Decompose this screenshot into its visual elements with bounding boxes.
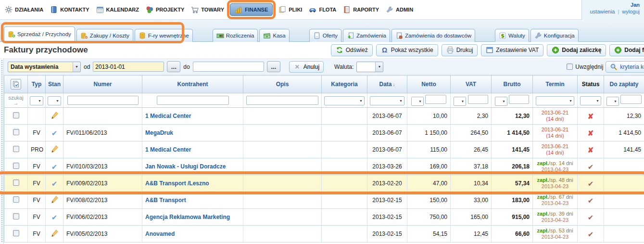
toolbar-button[interactable]: Zestawienie VAT [481, 44, 543, 56]
column-header-kontrahent[interactable]: Kontrahent [142, 76, 243, 93]
row-checkbox[interactable] [13, 230, 19, 236]
toolbar-button[interactable]: Dodaj fakturę [609, 44, 644, 56]
opis-filter-input[interactable] [246, 96, 318, 105]
typ-cell: PRO [28, 141, 46, 158]
menu-item[interactable]: TOWARY [190, 4, 225, 15]
select-all-button[interactable] [11, 79, 21, 90]
logout-link[interactable]: wyloguj [622, 9, 640, 14]
row-checkbox[interactable] [13, 129, 19, 135]
date-from-input[interactable] [93, 62, 164, 72]
brutto-filter-select[interactable]: ▼ [495, 97, 507, 106]
column-header-kategoria[interactable]: Kategoria [322, 76, 367, 93]
include-checkbox[interactable] [567, 64, 573, 70]
module-tab[interactable]: Rozliczenia [213, 29, 258, 42]
row-checkbox[interactable] [13, 146, 19, 152]
row-checkbox[interactable] [13, 180, 19, 186]
netto-filter-select[interactable]: ▼ [411, 97, 424, 106]
currency-select[interactable]: ▼ [356, 62, 383, 72]
column-header-brutto[interactable]: Brutto [492, 76, 533, 93]
contractor-link[interactable]: Anovamed [145, 231, 175, 237]
module-tab[interactable]: Kasa [259, 29, 289, 42]
status-filter-select[interactable]: ▼ [580, 96, 601, 105]
menu-item[interactable]: KALENDARZ [95, 4, 140, 15]
do-zaplaty-filter-select[interactable]: ▼ [606, 97, 619, 106]
column-header-numer[interactable]: Numer [63, 76, 142, 93]
invoice-row[interactable]: 1 Medical Center 2013-06-07 10,00 2,30 1… [4, 108, 644, 125]
date-to-input[interactable] [193, 62, 264, 72]
invoice-row[interactable]: FV ✔ FV/009/02/2013 A&B Transport /Leszn… [4, 175, 644, 192]
contractor-link[interactable]: A&B Transport [145, 197, 186, 204]
column-header-data[interactable]: Data↓ [367, 76, 407, 93]
netto-filter-input[interactable] [425, 95, 446, 104]
row-checkbox[interactable] [13, 213, 19, 219]
filter-field-select[interactable]: Data wystawienia ▼ [8, 62, 81, 72]
module-tab[interactable]: F-ry wewnętrzne [135, 29, 193, 42]
numer-filter-input[interactable] [67, 96, 139, 105]
termin-filter-select[interactable]: ▼ [536, 96, 574, 105]
menu-item[interactable]: PLIKI [278, 4, 303, 15]
kontrahent-filter-input[interactable] [157, 96, 229, 105]
row-checkbox[interactable] [13, 112, 19, 118]
row-checkbox[interactable] [13, 163, 19, 169]
vat-filter-input[interactable] [468, 95, 488, 104]
typ-filter-select[interactable]: ▼ [30, 96, 43, 105]
contractor-link[interactable]: Agencja Reklamowa Marketing [145, 214, 230, 220]
menu-item[interactable]: FINANSE [230, 3, 273, 16]
stan-filter-select[interactable]: ▼ [48, 96, 61, 105]
left-panel-splitter[interactable] [0, 58, 4, 244]
invoice-row[interactable]: FV FV/005/02/2013 Anovamed 2013-02-15 54… [4, 226, 644, 243]
menu-item[interactable]: ADMIN [385, 4, 414, 15]
column-header-do-zaplaty[interactable]: Do zapłaty [604, 76, 644, 93]
finance-icon [235, 6, 242, 13]
invoice-row[interactable]: PRO 1 Medical Center 2013-06-07 115,00 2… [4, 141, 644, 158]
menu-item[interactable]: RAPORTY [342, 4, 380, 15]
contractor-link[interactable]: MegaDruk [145, 129, 173, 136]
toolbar-button[interactable]: Ω Pokaż wszystkie [376, 44, 438, 56]
column-header-opis[interactable]: Opis [243, 76, 322, 93]
files-icon [278, 6, 286, 13]
column-header-termin[interactable]: Termin [533, 76, 578, 93]
vat-filter-select[interactable]: ▼ [454, 97, 466, 106]
module-tab[interactable]: Sprzedaż / Przychody [4, 26, 75, 42]
module-tab[interactable]: Zakupy / Koszty [76, 29, 133, 42]
data-filter-select[interactable]: ▼ [370, 96, 404, 105]
module-tab[interactable]: Oferty [309, 29, 341, 42]
date-to-picker-button[interactable]: ... [267, 61, 280, 72]
column-header-stan[interactable]: Stan [46, 76, 63, 93]
column-header-netto[interactable]: Netto [407, 76, 451, 93]
invoice-row[interactable]: FV ✔ FV/011/06/2013 MegaDruk 2013-06-07 … [4, 125, 644, 141]
menu-item[interactable]: DZIAŁANIA [4, 4, 44, 15]
reports-icon [343, 6, 351, 13]
do-zaplaty-filter-input[interactable] [620, 95, 642, 104]
invoice-row[interactable]: FV ✔ FV/010/03/2013 Jan Nowak - Usługi D… [4, 158, 644, 175]
module-tab[interactable]: Zamówienia do dostawców [391, 29, 475, 42]
toolbar-button[interactable]: Drukuj [442, 44, 478, 56]
netto-cell: 150,00 [407, 192, 451, 209]
menu-item[interactable]: KONTAKTY [49, 4, 90, 15]
brutto-filter-input[interactable] [509, 95, 529, 104]
invoice-row[interactable]: FV FV/008/02/2013 A&B Transport 2013-02-… [4, 192, 644, 209]
module-tab[interactable]: Konfiguracja [530, 29, 579, 42]
kategoria-cell [322, 108, 367, 125]
contractor-link[interactable]: 1 Medical Center [145, 113, 191, 119]
contact-criteria-button[interactable]: kryteria kontaktów [606, 61, 644, 73]
toolbar-button[interactable]: Odśwież [331, 44, 373, 56]
column-header-status[interactable]: Status [578, 76, 604, 93]
module-tab[interactable]: Zamówienia [343, 29, 390, 42]
contractor-link[interactable]: 1 Medical Center [145, 146, 191, 153]
module-tab[interactable]: $ Waluty [495, 29, 529, 42]
menu-item[interactable]: PROJEKTY [145, 4, 185, 15]
contractor-link[interactable]: Jan Nowak - Usługi Doradcze [145, 163, 226, 170]
netto-cell: 115,00 [407, 141, 451, 158]
kategoria-filter-select[interactable]: ▼ [324, 96, 365, 105]
invoice-row[interactable]: FV ✔ FV/006/02/2013 Agencja Reklamowa Ma… [4, 209, 644, 226]
settings-link[interactable]: ustawienia [590, 9, 615, 14]
date-from-picker-button[interactable]: ... [167, 61, 180, 72]
cancel-filter-button[interactable]: ✕ Anuluj [289, 61, 324, 73]
row-checkbox[interactable] [13, 196, 19, 203]
column-header-vat[interactable]: VAT [451, 76, 492, 93]
column-header-typ[interactable]: Typ [28, 76, 46, 93]
toolbar-button[interactable]: Dodaj zaliczkę [547, 44, 606, 56]
menu-item[interactable]: FLOTA [308, 4, 337, 15]
contractor-link[interactable]: A&B Transport /Leszno [145, 180, 209, 187]
